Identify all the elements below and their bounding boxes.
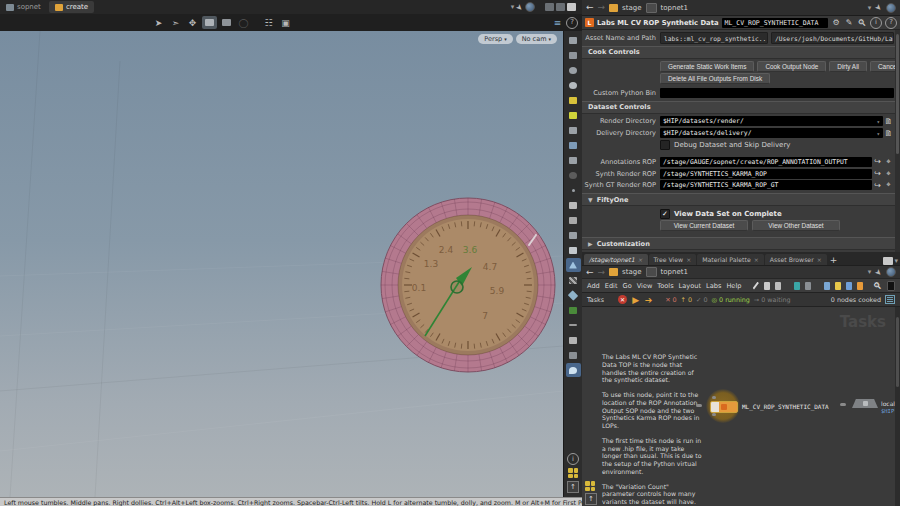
search-icon[interactable]: 🔍︎ (857, 18, 867, 28)
section-dataset-controls[interactable]: Dataset Controls (582, 101, 900, 114)
synth-gt-render-rop-field[interactable]: /stage/SYNTHETICS_KARMA_ROP_GT (660, 180, 872, 190)
localscheduler-node[interactable]: localsche $HIP (852, 399, 898, 408)
table-icon[interactable] (775, 282, 781, 290)
delivery-directory-field[interactable]: $HIP/datasets/delivery/ ▾ (660, 128, 883, 138)
taskgraph-icon[interactable] (764, 282, 770, 290)
scheduler-input-dot[interactable] (840, 403, 846, 406)
high-quality-light-icon[interactable] (566, 123, 581, 137)
new-tab-icon[interactable]: + (830, 255, 838, 265)
grid-layout-icon[interactable] (794, 282, 800, 290)
camera-icon[interactable] (556, 3, 565, 11)
tab-close-icon[interactable]: × (817, 256, 822, 263)
flower-dim-icon[interactable] (566, 168, 581, 182)
menu-layout[interactable]: Layout (679, 282, 701, 290)
node-output-connector[interactable] (712, 413, 716, 416)
view-other-dataset-button[interactable]: View Other Dataset (752, 220, 840, 231)
select-region-icon[interactable] (566, 138, 581, 152)
synth-gt-rop-jump-icon[interactable]: ↪ (872, 180, 883, 190)
forward-icon[interactable]: → (598, 3, 606, 12)
node-input-connector[interactable] (712, 396, 716, 399)
ml-cv-rop-node[interactable] (706, 389, 740, 423)
tab-close-icon[interactable]: × (754, 256, 759, 263)
section-fiftyone[interactable]: ▼ FiftyOne (582, 193, 900, 206)
render-view-icon[interactable]: ☷ (261, 16, 276, 29)
material-shading-icon[interactable] (566, 78, 581, 92)
scene-list-icon[interactable] (566, 333, 581, 347)
section-cook-controls[interactable]: Cook Controls (582, 46, 900, 59)
info-icon[interactable]: i (870, 17, 882, 29)
shaded-mode-icon[interactable] (566, 258, 581, 272)
network-scrollbar[interactable] (895, 307, 900, 506)
points-display-icon[interactable] (566, 183, 581, 197)
pin-view-icon[interactable] (566, 63, 581, 77)
network-sticky-note[interactable]: The Labs ML CV ROP Synthetic Data TOP is… (602, 353, 702, 506)
node-color-blue-icon[interactable] (824, 282, 830, 290)
tab-asset-browser[interactable]: Asset Browser × (765, 254, 827, 265)
custom-python-bin-field[interactable] (660, 88, 894, 98)
window-layout-icon[interactable] (805, 282, 811, 290)
breadcrumb-topnet[interactable]: topnet1 (661, 4, 688, 12)
path-tab-create[interactable]: create (49, 1, 94, 13)
delete-file-outputs-button[interactable]: Delete All File Outputs From Disk (660, 73, 770, 84)
tab-close-icon[interactable]: × (686, 256, 691, 263)
param-pane-pin-icon[interactable]: ➤ (873, 2, 884, 13)
node-color-orange-icon[interactable] (857, 282, 863, 290)
select-cursor-icon[interactable]: ➤ (151, 16, 166, 29)
viewport-info-icon[interactable]: i (567, 453, 579, 465)
display-options-icon[interactable]: ▣ (278, 16, 293, 29)
background-image-icon[interactable] (566, 348, 581, 362)
asset-path-combo[interactable]: /Users/josh/Documents/GitHub/LabsPartner… (771, 32, 894, 44)
view-dataset-checkbox[interactable]: ✓ (660, 209, 670, 219)
tab-tree-view[interactable]: Tree View × (649, 254, 697, 265)
node-name-field[interactable]: ML_CV_ROP_SYNTHETIC_DATA (722, 18, 828, 28)
pan-hand-icon[interactable] (566, 153, 581, 167)
export-pane-icon[interactable]: ↑ (567, 481, 579, 493)
orbit-icon[interactable]: ◯ (236, 16, 251, 29)
checker-background-icon[interactable] (566, 273, 581, 287)
camera-selector[interactable]: No cam ▾ (516, 34, 557, 44)
gear-icon[interactable]: ⚙ (831, 18, 841, 27)
network-editor[interactable]: Tasks The Labs ML CV ROP Synthetic Data … (582, 306, 900, 506)
comment-icon[interactable] (219, 16, 234, 29)
menu-tools[interactable]: Tools (657, 282, 673, 290)
snapshot-icon[interactable] (545, 3, 554, 11)
secure-selection-icon[interactable] (202, 16, 217, 29)
prim-normals-icon[interactable] (566, 228, 581, 242)
help-icon[interactable]: ? (885, 17, 897, 29)
move-tool-icon[interactable]: ✥ (185, 16, 200, 29)
render-dir-file-chooser-icon[interactable]: 🗎 (883, 116, 894, 126)
geometry-box-icon[interactable] (566, 303, 581, 317)
synth-gt-rop-select-icon[interactable]: ⌖ (883, 180, 894, 190)
asset-name-combo[interactable]: labs::ml_cv_rop_synthetic... ⇕ (660, 32, 768, 44)
net-display-icon[interactable] (887, 281, 895, 291)
node-color-yellow-icon[interactable] (835, 282, 841, 290)
task-list-icon[interactable] (885, 295, 895, 304)
delivery-dir-file-chooser-icon[interactable]: 🗎 (883, 128, 894, 138)
node-body[interactable] (710, 401, 738, 413)
node-color-lightblue-icon[interactable] (846, 282, 852, 290)
render-directory-field[interactable]: $HIP/datasets/render/ ▾ (660, 116, 883, 126)
cook-output-node-button[interactable]: Cook Output Node (757, 61, 826, 72)
menu-add[interactable]: Add (587, 282, 600, 290)
treelist-icon[interactable]: ≡ (550, 16, 565, 29)
annotations-rop-jump-icon[interactable]: ↪ (872, 157, 883, 167)
location-marker-icon[interactable] (566, 363, 581, 377)
param-pane-link-icon[interactable] (886, 3, 896, 13)
node-input-dot[interactable] (696, 404, 702, 407)
net-grid-toggle-icon[interactable] (585, 481, 595, 491)
net-search-icon[interactable]: 🔍︎ (873, 281, 882, 291)
maximize-pane-icon[interactable] (567, 3, 576, 11)
tab-stage-topnet1[interactable]: /stage/topnet1 × (584, 254, 648, 265)
params-scrollbar[interactable] (895, 30, 900, 252)
vertex-markers-icon[interactable] (566, 198, 581, 212)
net-back-icon[interactable]: ← (586, 268, 594, 277)
generate-static-work-items-button[interactable]: Generate Static Work Items (660, 61, 754, 72)
net-path-caret-icon[interactable]: ▾ (868, 268, 872, 276)
cook-play-icon[interactable]: ▶ (631, 295, 640, 304)
pane-pin-icon[interactable]: ➤ (514, 1, 525, 12)
param-pane-caret-icon[interactable]: ▾ (868, 4, 872, 12)
brush-icon[interactable]: ✎ (844, 18, 854, 27)
debug-dataset-checkbox[interactable] (660, 140, 670, 150)
section-customization[interactable]: ▶ Customization (582, 237, 900, 250)
pane-tab-options-icon[interactable] (883, 257, 893, 265)
